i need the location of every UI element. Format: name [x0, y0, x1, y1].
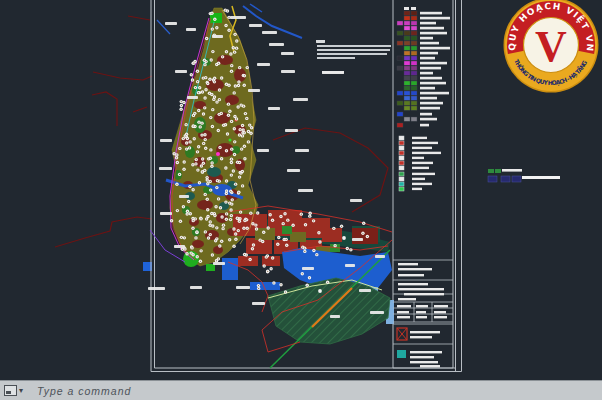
titleblock-text-bar — [398, 274, 424, 276]
command-bar[interactable]: ▾ Type a command — [0, 380, 602, 400]
legend-swatch — [404, 96, 410, 100]
offsheet-blue-swatch — [488, 176, 497, 182]
autocad-window: QUY HOẠCH VIỆT VN THÔNG TIN QUY HOẠCH - … — [0, 0, 602, 400]
titleblock-text-bar — [434, 316, 447, 318]
legend-symbol — [399, 151, 404, 155]
teal-swatch — [397, 350, 406, 358]
map-label-bar — [287, 169, 300, 172]
titleblock-text-bar — [434, 305, 448, 307]
map-label-bar — [330, 315, 340, 318]
offsheet-green-swatch — [495, 169, 501, 173]
map-label-bar — [257, 149, 269, 152]
title-block — [393, 260, 453, 368]
legend-swatch — [397, 101, 403, 105]
titleblock-text-bar — [434, 311, 446, 313]
legend-symbol-label-bar — [412, 178, 425, 180]
legend-label-bar — [420, 37, 433, 40]
legend-label-bar — [420, 72, 433, 75]
legend-swatch — [404, 81, 410, 85]
map-label-bar — [268, 107, 280, 110]
map-label-bar — [179, 195, 189, 198]
legend-swatch — [404, 106, 410, 110]
offsheet-linework — [55, 16, 170, 247]
legend-label-bar — [420, 62, 447, 65]
bright-green-patch-2 — [206, 264, 215, 271]
legend-swatch — [397, 31, 403, 35]
map-label-bar — [281, 70, 295, 73]
legend-symbol — [399, 182, 404, 186]
legend-swatch — [411, 76, 417, 80]
legend-swatch — [411, 46, 417, 50]
titleblock-text-bar — [398, 263, 418, 265]
legend-label-bar — [420, 17, 450, 20]
legend-swatch — [404, 26, 410, 30]
legend-label-bar — [420, 52, 438, 55]
legend-label-bar — [420, 113, 432, 116]
legend-swatch — [411, 66, 417, 70]
map-label-bar — [190, 286, 202, 289]
legend-swatch — [411, 106, 417, 110]
titleblock-text-bar — [397, 316, 410, 318]
legend-symbol-label-bar — [412, 157, 424, 159]
legend-swatch — [411, 36, 417, 40]
map-label-bar — [160, 139, 172, 142]
legend-swatch — [404, 36, 410, 40]
map-label-bar — [160, 212, 172, 215]
legend-symbol-label-bar — [412, 152, 441, 154]
legend-swatch — [404, 51, 410, 55]
legend-symbol-label-bar — [412, 188, 422, 190]
titleblock-text-bar — [398, 288, 444, 290]
legend-swatch — [397, 66, 403, 70]
legend-symbol — [399, 161, 404, 165]
legend-label-bar — [420, 12, 442, 15]
legend-symbol-label-bar — [412, 147, 432, 149]
map-label-bar — [187, 96, 198, 99]
legend-symbol-label-bar — [412, 162, 433, 164]
logo-center-letter: V — [535, 22, 567, 71]
legend-symbol-label-bar — [412, 137, 427, 139]
legend-label-bar — [420, 77, 442, 80]
legend-swatch — [397, 91, 403, 95]
legend-swatch — [404, 91, 410, 95]
map-label-bar — [252, 302, 265, 305]
legend-swatch — [404, 61, 410, 65]
legend-swatch — [411, 117, 417, 121]
legend-symbol — [399, 156, 404, 160]
titleblock-text-bar — [398, 298, 416, 300]
legend-swatch — [411, 81, 417, 85]
drawing-canvas[interactable]: QUY HOẠCH VIỆT VN THÔNG TIN QUY HOẠCH - … — [0, 0, 602, 381]
legend-swatch — [404, 86, 410, 90]
legend-swatch — [404, 66, 410, 70]
legend-symbol-label-bar — [412, 173, 435, 175]
command-input[interactable]: Type a command — [37, 385, 131, 397]
legend-symbol — [399, 141, 404, 145]
map-label-bar — [295, 149, 309, 152]
legend-swatch — [397, 41, 403, 45]
legend-label-bar — [420, 32, 447, 35]
legend-swatch — [404, 117, 410, 121]
map-label-bar — [262, 31, 277, 34]
map-label-bar — [230, 16, 246, 19]
titleblock-text-bar — [416, 316, 427, 318]
legend-symbol — [399, 177, 404, 181]
map-label-bar — [213, 262, 225, 265]
titleblock-text-bar — [410, 351, 442, 353]
notes-block — [316, 40, 391, 74]
titleblock-text-bar — [397, 305, 411, 307]
legend-swatch — [404, 76, 410, 80]
map-label-bar — [370, 311, 384, 314]
offsheet-blue-swatch — [501, 176, 510, 182]
command-history-icon[interactable] — [4, 385, 17, 396]
titleblock-text-bar — [416, 305, 428, 307]
legend-label-bar — [420, 57, 435, 60]
command-dropdown-chevron[interactable]: ▾ — [19, 387, 23, 395]
titleblock-text-bar — [404, 293, 444, 295]
map-label-bar — [269, 43, 284, 46]
legend-swatch — [411, 41, 417, 45]
legend-swatch — [411, 26, 417, 30]
legend-symbol — [399, 172, 404, 176]
legend-swatch — [404, 11, 410, 15]
legend-symbol — [399, 166, 404, 170]
legend-swatch — [411, 51, 417, 55]
map-label-bar — [186, 28, 196, 31]
